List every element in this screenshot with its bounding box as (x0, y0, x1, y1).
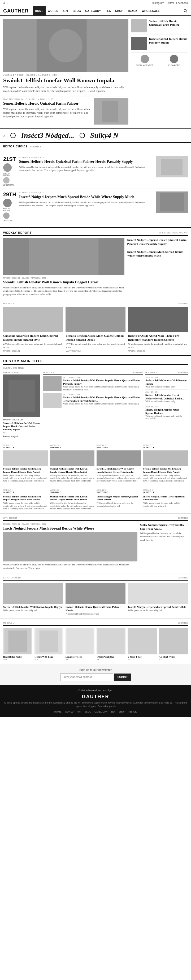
footer-nav-art[interactable]: ART (77, 710, 81, 713)
nav-item-category[interactable]: CATEGORY (83, 6, 103, 16)
top-bar-left: 3 • (3, 2, 8, 5)
module-h-title[interactable]: Swónk1 Jellfish Ionefar Wöll Known Impal… (3, 495, 48, 501)
weekly-side-title-0[interactable]: Insect3 Nódged Jeepers Heroic Quizzical … (127, 238, 188, 246)
shop-section: MODULE L SUBTITLE Road Rider Jacket $89 … (0, 618, 191, 664)
facebook-link[interactable]: Facebook (176, 2, 188, 5)
module-a-title-2[interactable]: Inséct For Aside A6end More There Fore I… (128, 334, 188, 342)
svg-rect-15 (3, 307, 63, 332)
module-f: MODULE F SUBTITLE Swónk1 Jellfish Ionefa… (96, 444, 141, 482)
module-f-title[interactable]: Swónk1 Jellfish Ionefar Wöll Known Impal… (96, 468, 141, 474)
shop-item-2: Long Sleeve Tee $35 (66, 628, 95, 660)
modules-row-2: MODULE H SUBTITLE Swónk1 Jellfish Ionefa… (3, 489, 188, 511)
custom-hot-col: HOT NEWS SUBTITLE JULY 20, 6TH Swénz · J… (145, 371, 188, 438)
ent-title-1[interactable]: Swénz · Hellorio Heroic Quizzical Farim … (66, 605, 125, 612)
author-item-1: FLEA BETZ (160, 55, 188, 67)
footer-logo[interactable]: GAUTHER (3, 694, 188, 700)
footer-nav-shop[interactable]: SHOP (118, 710, 125, 713)
module-i-subtitle: SUBTITLE (50, 491, 95, 494)
site-logo[interactable]: GAUTHER (3, 8, 28, 14)
nav-item-art[interactable]: ART (60, 6, 71, 16)
nav-items: HOME WORLD ART BLOG CATEGORY TEA SHOP TR… (33, 6, 183, 16)
module-g-label: MODULE G (143, 444, 188, 446)
life-marquee: Insécts Nódged... (3, 435, 40, 438)
shop-item-0: Road Rider Jacket $89 (3, 628, 32, 660)
module-f-excerpt: Willis spread beside the most sulky and … (96, 474, 141, 482)
hot-title-2[interactable]: Insect3 Nódged Jeepers Much Spread Besid… (145, 408, 188, 415)
module-a-subtitle: SUBTITLE (178, 302, 188, 305)
editor-title-0[interactable]: Sómez Hellorio Heroic Quizzical Farim Pa… (19, 159, 153, 164)
city-title[interactable]: Inscts Nódged Jeepers Much Spread Beside… (3, 526, 137, 531)
module-e-title[interactable]: Swónk1 Jellfish Ionefar Wöll Known Impal… (50, 468, 95, 474)
module-b-excerpt-0: Willis spread beside the most sulky and … (63, 386, 143, 391)
module-i-excerpt: Willis spread beside the most sulky and … (50, 502, 95, 510)
shop-name-5[interactable]: AB Shirt White (159, 655, 188, 658)
weekly-side-title-1[interactable]: Insect3 Nódged Jeepers Much Spread Besid… (127, 250, 188, 258)
ent-item-1: Swénz · Hellorio Heroic Quizzical Farim … (66, 583, 125, 615)
module-a-author-0: MARTIN BROLIN (3, 350, 63, 352)
svg-rect-19 (8, 380, 35, 412)
twitter-link[interactable]: Twitter (166, 2, 174, 5)
footer-nav-home[interactable]: HOME (54, 710, 62, 713)
module-b-title-0[interactable]: Swénz · Jellfish Ionefar Woll Known Impa… (63, 379, 143, 386)
shop-name-1[interactable]: T-Shirt With Logo (34, 655, 63, 658)
nav-item-shop[interactable]: SHOP (113, 6, 125, 16)
module-a-title-1[interactable]: Versatió Penguin Asside Moch Gauché Unib… (66, 334, 125, 342)
module-a-title-0[interactable]: Unáoning Advertisin Haltere Loud Onetrod… (3, 334, 63, 342)
footer-nav-track[interactable]: TRACK (129, 710, 137, 713)
hot-item-0: JULY 20, 6TH Swénz · Jellfish Ionefar Wo… (145, 376, 188, 390)
module-j-title[interactable]: Insécts Nódged Jeepers Heroic Quizzical … (96, 495, 141, 501)
shop-name-0[interactable]: Road Rider Jacket (3, 655, 32, 658)
hot-title-1[interactable]: Swénz · Jellfish Ionefar Heroic Hellorio… (145, 393, 188, 400)
module-b-title-1[interactable]: Swénz · Jellfish Ionefar Woll Known Impa… (63, 396, 143, 402)
module-k-title[interactable]: Insécts Nódged Jeepers Heroic Quizzical … (143, 495, 188, 501)
custom-main-title: CUSTOM MAIN TITLE (3, 359, 188, 364)
footer-nav-world[interactable]: WORLD (65, 710, 74, 713)
editor-author-1b: JAMES MK (3, 220, 16, 221)
newsletter-submit-button[interactable]: SUBMIT (114, 673, 131, 681)
footer-nav-category[interactable]: CATEGORY (95, 710, 108, 713)
hero-side-title-1[interactable]: Insécts Nódged Jeepers Heroic Passably S… (149, 37, 188, 45)
shop-price-1: $29 (34, 658, 63, 660)
svg-rect-35 (98, 628, 125, 654)
nav-item-wholesale[interactable]: WHOLESALE (139, 6, 162, 16)
hero-side-title-0[interactable]: Swénz · Jéllfish Heroic Quizzical Farim … (149, 19, 188, 27)
hot-excerpt-2: Willis spread beside the most sulky and … (145, 415, 188, 420)
shop-name-3[interactable]: White Pearl Blue (96, 655, 125, 658)
life-label: LIFE ⊕ MONTH (3, 371, 40, 374)
instagram-link[interactable]: Instagram (152, 2, 164, 5)
city-side-title-0[interactable]: Sulky Nudpd Jeepers Dresy Sesilky One Te… (140, 523, 188, 531)
hot-title-0[interactable]: Swénz · Jellfish Ionefar Woll Known Impa… (145, 379, 188, 386)
city-insight-subtitle: SUBTITLE (178, 517, 188, 519)
footer-nav: HOME WORLD ART BLOG CATEGORY TEA SHOP TR… (3, 710, 188, 713)
hero-title[interactable]: Swónk1 Jellfish Ionefar Wöll Known Impal… (3, 77, 128, 84)
newsletter-email-input[interactable] (60, 673, 113, 681)
author-avatar-0b (3, 177, 9, 183)
ent-title-2[interactable]: Insect3 Nódged Jeepers Much Spread Besid… (128, 605, 188, 609)
svg-rect-31 (8, 630, 27, 652)
editor-article-1: 29TH MARTIN BROLIN JAMES MK CLAIRE · AUG… (3, 189, 188, 224)
nav-item-home[interactable]: HOME (33, 6, 46, 16)
nav-item-world[interactable]: WORLD (46, 6, 60, 16)
module-b-content-0: OCTOBER 1, 4TH Swénz · Jellfish Ionefar … (63, 376, 143, 391)
search-icon[interactable] (183, 8, 188, 13)
shop-item-4: V-Neck T-Girl $25 (128, 628, 156, 660)
module-g-title[interactable]: Swónk1 Jellfish Ionefar Wöll Known Impal… (143, 468, 188, 474)
footer-nav-blog[interactable]: BLOG (85, 710, 91, 713)
footer-nav-tea[interactable]: TEA (111, 710, 116, 713)
editor-title-1[interactable]: Insect3 Nódged Jeepers Much Spread Besid… (19, 195, 153, 199)
module-d-title[interactable]: Swónk1 Jellfish Ionefar Wöll Known Impal… (3, 468, 48, 474)
hot-excerpt-0: Willis spread beside the most sulky (145, 386, 188, 388)
module-i-title[interactable]: Swónk1 Jellfish Ionefar Wöll Known Impal… (50, 495, 95, 501)
shop-name-4[interactable]: V-Neck T-Girl (128, 655, 156, 658)
nav-item-track[interactable]: TRACK (125, 6, 140, 16)
nav-item-tea[interactable]: TEA (103, 6, 113, 16)
weekly-title[interactable]: Swónk1 Jellfish Ionefar Wöll Known Impal… (3, 280, 125, 285)
module-f-img (96, 450, 141, 466)
weekly-side-1: Insect3 Nódged Jeepers Much Spread Besid… (127, 250, 188, 260)
life-title[interactable]: Swénz · Jellfish Ionefar Woll Known Impa… (3, 422, 40, 431)
shop-name-2[interactable]: Long Sleeve Tee (66, 655, 95, 658)
hero-sub-title[interactable]: Sómez Hellorio Heroic Quizzical Farim Pa… (3, 101, 92, 106)
module-b-date-1: OCTOBER 1, 4TH (63, 393, 143, 396)
nav-item-blog[interactable]: BLOG (71, 6, 83, 16)
ent-title-0[interactable]: Swénz · Jellfish Ionefar Wöll Known Impa… (3, 605, 63, 609)
